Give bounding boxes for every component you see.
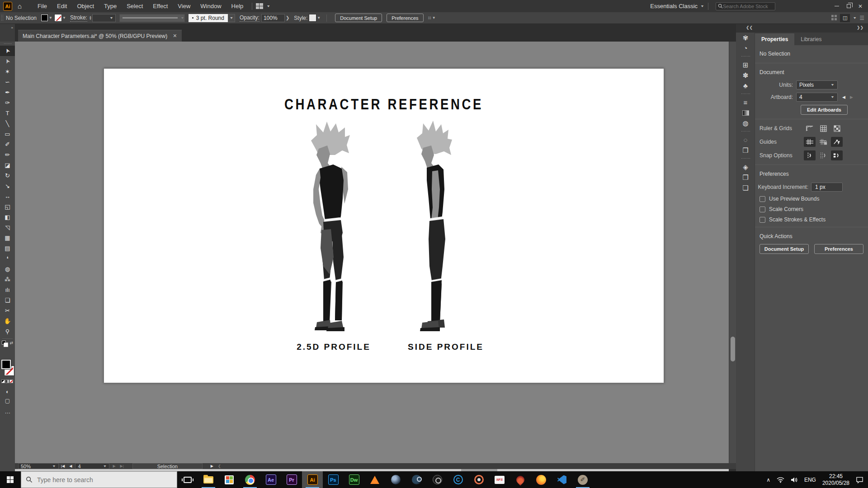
lock-guides-icon[interactable]: [817, 137, 829, 147]
dreamweaver-taskbar-button[interactable]: Dw: [344, 471, 364, 488]
menu-select[interactable]: Select: [122, 3, 148, 9]
vertical-scrollbar[interactable]: [729, 42, 736, 463]
color-panel-icon[interactable]: ✾: [736, 33, 755, 43]
brush-definition-chevron[interactable]: ▼: [228, 14, 235, 22]
snap-to-grid-icon[interactable]: [817, 150, 829, 160]
type-tool[interactable]: T: [0, 108, 15, 118]
shaper-tool[interactable]: ✏: [0, 150, 15, 160]
artwork-heading[interactable]: CHARACTER REFERENCE: [127, 96, 642, 113]
taskbar-search[interactable]: [21, 471, 177, 488]
stroke-weight-stepper[interactable]: ▲▼: [89, 16, 92, 20]
figure-label-25d[interactable]: 2.5D PROFILE: [297, 342, 371, 352]
smart-guides-icon[interactable]: [831, 137, 843, 147]
symbols-panel-icon[interactable]: ♣: [736, 80, 755, 91]
volume-icon[interactable]: [791, 477, 798, 483]
start-button[interactable]: [0, 471, 21, 488]
chevron-down-icon[interactable]: ▼: [432, 16, 436, 20]
mesh-tool[interactable]: ▦: [0, 233, 15, 243]
artboard[interactable]: CHARACTER REFERENCE: [104, 68, 664, 383]
stroke-label[interactable]: Stroke:: [70, 14, 87, 22]
edit-toolbar-icon[interactable]: ⋯: [0, 410, 15, 416]
edit-artboards-button[interactable]: Edit Artboards: [801, 105, 848, 115]
use-preview-bounds-checkbox[interactable]: [760, 196, 765, 202]
eraser-tool[interactable]: ◪: [0, 160, 15, 170]
collapse-dock-icon[interactable]: ❮❮: [746, 25, 753, 30]
vertical-scrollbar-thumb[interactable]: [731, 337, 735, 361]
appearance-panel-icon[interactable]: ◌: [736, 135, 755, 145]
show-transparency-grid-icon[interactable]: [831, 123, 843, 133]
next-artboard-icon[interactable]: ▶: [113, 464, 115, 468]
firefox-taskbar-button[interactable]: [531, 471, 552, 488]
drag-handle[interactable]: [1, 14, 3, 22]
document-tab[interactable]: Main Character Parameters.ai* @ 50% (RGB…: [18, 30, 182, 42]
toolbar-collapse[interactable]: »: [0, 24, 15, 42]
orange-ring-app-taskbar-button[interactable]: [468, 471, 489, 488]
stroke-panel-icon[interactable]: ≡: [736, 97, 755, 108]
last-artboard-icon[interactable]: ▶|: [120, 464, 124, 468]
chrome-taskbar-button[interactable]: [240, 471, 260, 488]
adobe-stock-search[interactable]: [716, 2, 775, 10]
preferences-icon[interactable]: ⌗: [428, 14, 431, 22]
stroke-weight-field[interactable]: ▼: [92, 14, 116, 22]
selection-tool[interactable]: ➤: [0, 46, 15, 56]
scale-corners-checkbox[interactable]: [760, 206, 765, 212]
scroll-left-icon[interactable]: ❮: [218, 464, 221, 468]
workspace-switcher[interactable]: Essentials Classic: [650, 3, 698, 9]
lasso-tool[interactable]: ∽: [0, 77, 15, 87]
stroke-color-swatch[interactable]: [55, 14, 61, 21]
direct-selection-tool[interactable]: ➤: [0, 56, 15, 66]
stock-search-input[interactable]: [723, 4, 768, 9]
photoshop-taskbar-button[interactable]: Ps: [323, 471, 344, 488]
taskbar-search-input[interactable]: [37, 476, 164, 483]
units-dropdown[interactable]: Pixels▼: [796, 80, 838, 89]
opacity-advanced-arrow[interactable]: ❯: [286, 15, 289, 20]
snap-to-point-icon[interactable]: [804, 150, 816, 160]
swatches-panel-icon[interactable]: ⊞: [736, 60, 755, 70]
artboard-tool[interactable]: ❏: [0, 295, 15, 305]
rectangle-tool[interactable]: ▭: [0, 129, 15, 139]
chevron-down-icon[interactable]: ▼: [317, 16, 321, 20]
panel-layout-icon[interactable]: ◫: [840, 14, 850, 22]
snap-to-pixel-icon[interactable]: [831, 150, 843, 160]
keyboard-increment-input[interactable]: [811, 183, 843, 192]
chevron-down-icon[interactable]: ▼: [266, 5, 270, 8]
list-view-icon[interactable]: ☰: [859, 15, 864, 21]
obs-taskbar-button[interactable]: [427, 471, 448, 488]
color-mode-icon[interactable]: [1, 380, 5, 383]
style-swatch[interactable]: [309, 14, 316, 21]
chevron-down-icon[interactable]: ▼: [62, 16, 66, 20]
language-indicator[interactable]: ENG: [804, 477, 816, 483]
gradient-panel-icon[interactable]: [736, 108, 755, 118]
c-ring-app-taskbar-button[interactable]: C: [448, 471, 468, 488]
perspective-grid-tool[interactable]: ◹: [0, 222, 15, 233]
home-icon[interactable]: ⌂: [18, 2, 22, 10]
brush-definition-button[interactable]: 3 pt. Round: [189, 14, 228, 22]
next-artboard-arrow[interactable]: ▶: [850, 95, 853, 99]
scale-tool[interactable]: ↘: [0, 181, 15, 191]
minimize-button[interactable]: [831, 2, 843, 11]
close-button[interactable]: ✕: [854, 2, 866, 11]
grid-view-icon[interactable]: [831, 15, 837, 21]
menu-file[interactable]: File: [33, 3, 52, 9]
vlc-taskbar-button[interactable]: [364, 471, 385, 488]
character-figure-25d[interactable]: [303, 121, 368, 338]
blend-tool[interactable]: ◍: [0, 264, 15, 274]
vscode-taskbar-button[interactable]: [552, 471, 572, 488]
show-rulers-icon[interactable]: [804, 123, 816, 133]
illustrator-taskbar-button[interactable]: Ai: [302, 471, 323, 488]
default-fill-stroke-icon[interactable]: [2, 341, 6, 345]
menu-effect[interactable]: Effect: [148, 3, 173, 9]
tab-properties[interactable]: Properties: [755, 33, 794, 45]
tray-expand-icon[interactable]: ∧: [766, 477, 770, 483]
zoom-tool[interactable]: ⚲: [0, 326, 15, 337]
gimp-taskbar-button[interactable]: ✐: [572, 471, 593, 488]
menu-help[interactable]: Help: [226, 3, 249, 9]
after-effects-taskbar-button[interactable]: Ae: [260, 471, 281, 488]
scale-strokes-effects-checkbox[interactable]: [760, 217, 765, 223]
tab-libraries[interactable]: Libraries: [794, 33, 828, 45]
asset-export-panel-icon[interactable]: ❏: [736, 183, 755, 193]
transparency-panel-icon[interactable]: ◍: [736, 118, 755, 128]
eyedropper-tool[interactable]: ❛: [0, 253, 15, 264]
gradient-tool[interactable]: ▤: [0, 243, 15, 253]
menu-window[interactable]: Window: [195, 3, 226, 9]
